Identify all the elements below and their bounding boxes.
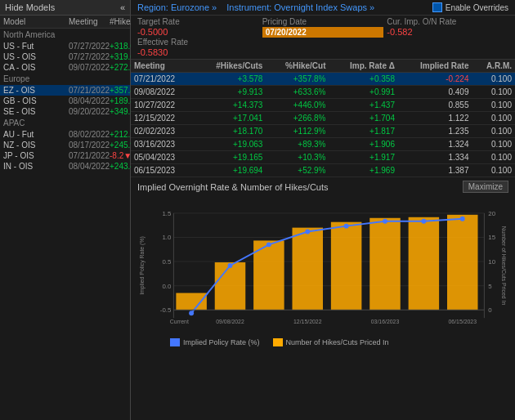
model-row[interactable]: NZ - OIS08/17/2022+245.9▲: [0, 140, 130, 150]
table-cell: +112.9%: [266, 125, 329, 138]
table-header-row: Meeting #Hikes/Cuts %Hike/Cut Imp. Rate …: [131, 60, 515, 73]
table-row[interactable]: 06/15/2023+19.694+52.9%+1.9691.3870.100: [131, 164, 515, 177]
legend-hikes-box: [273, 338, 283, 346]
model-row[interactable]: CA - OIS09/07/2022+272.9▲: [0, 62, 130, 73]
table-cell: 09/08/2022: [131, 86, 195, 99]
th-hikes: #Hikes/Cuts: [195, 60, 266, 73]
table-cell: 02/02/2023: [131, 125, 195, 138]
model-name: AU - Fut: [3, 130, 69, 139]
enable-overrides-label: Enable Overrides: [446, 3, 508, 12]
bar-8: [447, 215, 478, 310]
model-list: North AmericaUS - Fut07/27/2022+318.6▲US…: [0, 29, 130, 172]
svg-text:-0.5: -0.5: [160, 306, 172, 314]
model-name: IN - OIS: [3, 162, 69, 171]
model-meeting: 08/17/2022: [69, 141, 110, 150]
table-cell: +18.170: [195, 125, 266, 138]
table-cell: +1.437: [329, 99, 398, 112]
table-cell: 0.100: [472, 138, 516, 151]
line-dot-7: [421, 219, 426, 224]
svg-text:1.0: 1.0: [162, 234, 172, 241]
table-row[interactable]: 10/27/2022+14.373+446.0%+1.4370.8550.100: [131, 99, 515, 112]
svg-text:03/16/2023: 03/16/2023: [371, 319, 400, 324]
model-row[interactable]: EZ - OIS07/21/2022+357.8▲: [0, 85, 130, 96]
data-table-wrapper: Meeting #Hikes/Cuts %Hike/Cut Imp. Rate …: [131, 60, 515, 177]
table-cell: +1.817: [329, 125, 398, 138]
line-dot-2: [228, 263, 233, 268]
model-row[interactable]: AU - Fut08/02/2022+212.7▲: [0, 129, 130, 140]
table-cell: +266.8%: [266, 112, 329, 125]
table-cell: 12/15/2022: [131, 112, 195, 125]
bar-6: [369, 218, 401, 311]
model-row[interactable]: JP - OIS07/21/2022-8.2▼: [0, 150, 130, 161]
line-dot-8: [460, 217, 465, 221]
model-name: CA - OIS: [3, 63, 69, 72]
model-row[interactable]: US - OIS07/27/2022+319.6▲: [0, 51, 130, 62]
model-meeting: 07/27/2022: [69, 52, 110, 61]
table-row[interactable]: 09/08/2022+9.913+633.6%+0.9910.4090.100: [131, 86, 515, 99]
table-cell: +17.041: [195, 112, 266, 125]
th-imp-delta: Imp. Rate Δ: [329, 60, 398, 73]
table-cell: +10.3%: [266, 151, 329, 164]
instrument-label[interactable]: Instrument: Overnight Index Swaps »: [226, 2, 374, 12]
chart-title-bar: Implied Overnight Rate & Number of Hikes…: [137, 181, 508, 193]
model-row[interactable]: SE - OIS09/20/2022+349.5▲: [0, 106, 130, 117]
svg-text:10: 10: [488, 258, 495, 266]
model-name: JP - OIS: [3, 151, 69, 160]
table-cell: +52.9%: [266, 164, 329, 177]
region-label-europe: Europe: [0, 73, 130, 85]
main-chart-svg: Implied Policy Rate (%) Number of Hikes/…: [137, 196, 508, 335]
table-cell: -0.224: [398, 73, 472, 86]
model-row[interactable]: US - Fut07/27/2022+318.6▲: [0, 41, 130, 51]
model-row[interactable]: GB - OIS08/04/2022+189.8▲: [0, 96, 130, 106]
table-cell: 07/21/2022: [131, 73, 195, 86]
table-cell: +633.6%: [266, 86, 329, 99]
legend-implied-rate-label: Implied Policy Rate (%): [183, 338, 260, 346]
th-pct: %Hike/Cut: [266, 60, 329, 73]
table-cell: 0.100: [472, 86, 516, 99]
effective-rate-value: -0.5830: [137, 47, 259, 57]
svg-text:1.5: 1.5: [162, 210, 172, 217]
table-cell: 0.100: [472, 99, 516, 112]
cur-imp-label: Cur. Imp. O/N Rate: [387, 17, 508, 26]
right-panel: Region: Eurozone » Instrument: Overnight…: [131, 0, 515, 420]
bar-5: [331, 222, 362, 311]
model-row[interactable]: IN - OIS08/04/2022+243.4▲: [0, 161, 130, 172]
bar-1: [176, 293, 207, 311]
table-cell: 0.100: [472, 125, 516, 138]
y-right-label: Number of Hikes/Cuts Priced In: [501, 226, 507, 306]
table-row[interactable]: 03/16/2023+19.063+89.3%+1.9061.3240.100: [131, 138, 515, 151]
model-name: GB - OIS: [3, 96, 69, 105]
model-name: SE - OIS: [3, 107, 69, 116]
table-row[interactable]: 02/02/2023+18.170+112.9%+1.8171.2350.100: [131, 125, 515, 138]
th-meeting: Meeting: [131, 60, 195, 73]
model-meeting: 09/20/2022: [69, 107, 110, 116]
override-checkbox[interactable]: [432, 2, 442, 12]
region-label[interactable]: Region: Eurozone »: [137, 2, 217, 12]
svg-text:06/15/2023: 06/15/2023: [448, 319, 477, 324]
svg-text:0.0: 0.0: [162, 283, 172, 290]
app-container: Hide Models « Model Meeting #Hike/Cut No…: [0, 0, 515, 420]
enable-overrides-toggle[interactable]: Enable Overrides: [432, 2, 508, 12]
target-rate-label: Target Rate: [137, 17, 259, 26]
collapse-button[interactable]: «: [120, 2, 125, 12]
table-cell: 0.409: [398, 86, 472, 99]
bar-4: [292, 228, 323, 311]
table-cell: +357.8%: [266, 73, 329, 86]
th-implied: Implied Rate: [398, 60, 472, 73]
legend-implied-rate-box: [170, 338, 180, 346]
table-row[interactable]: 12/15/2022+17.041+266.8%+1.7041.1220.100: [131, 112, 515, 125]
table-cell: +0.358: [329, 73, 398, 86]
bar-7: [409, 217, 440, 311]
svg-text:15: 15: [488, 234, 495, 241]
model-meeting: 07/21/2022: [69, 151, 110, 160]
table-cell: 03/16/2023: [131, 138, 195, 151]
bar-2: [215, 262, 246, 310]
region-label-north-america: North America: [0, 29, 130, 41]
maximize-button[interactable]: Maximize: [463, 181, 508, 193]
model-meeting: 09/07/2022: [69, 63, 110, 72]
table-row[interactable]: 07/21/2022+3.578+357.8%+0.358-0.2240.100: [131, 73, 515, 86]
table-cell: 0.100: [472, 73, 516, 86]
table-row[interactable]: 05/04/2023+19.165+10.3%+1.9171.3340.100: [131, 151, 515, 164]
svg-text:12/15/2022: 12/15/2022: [293, 319, 322, 324]
line-dot-1: [189, 311, 194, 315]
